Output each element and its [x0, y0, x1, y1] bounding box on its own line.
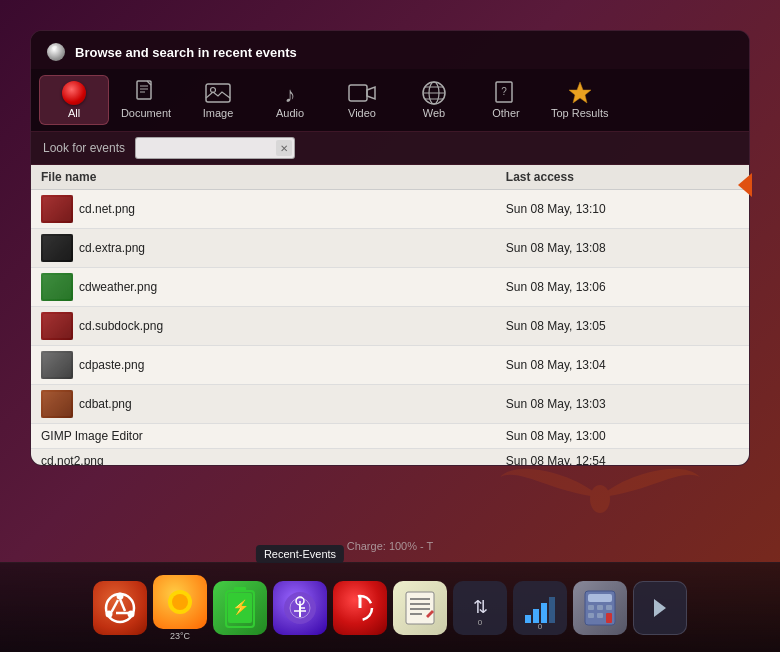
svg-rect-8: [349, 85, 367, 101]
filter-video-button[interactable]: Video: [327, 76, 397, 124]
events-icon: [273, 581, 327, 635]
file-thumbnail: [41, 351, 73, 379]
dock-item-ubuntu[interactable]: [93, 581, 147, 635]
file-name-cell: cd.net.png: [31, 190, 496, 229]
svg-text:⇅: ⇅: [473, 597, 488, 617]
filter-all-label: All: [68, 107, 80, 119]
table-row[interactable]: cd.extra.pngSun 08 May, 13:08: [31, 229, 749, 268]
svg-text:?: ?: [501, 86, 507, 97]
svg-rect-70: [606, 613, 612, 623]
search-label: Look for events: [43, 141, 125, 155]
svg-line-33: [120, 599, 125, 611]
table-row[interactable]: cd.subdock.pngSun 08 May, 13:05: [31, 307, 749, 346]
file-name-text: cdbat.png: [79, 397, 132, 411]
filter-other-label: Other: [492, 107, 520, 119]
dock-item-events[interactable]: Recent-Events: [273, 581, 327, 635]
svg-rect-69: [597, 613, 603, 618]
other-icon: ?: [492, 81, 520, 105]
search-row: Look for events ✕: [31, 131, 749, 165]
table-row[interactable]: cdpaste.pngSun 08 May, 13:04: [31, 346, 749, 385]
last-access-cell: Sun 08 May, 13:10: [496, 190, 749, 229]
audio-icon: ♪: [276, 81, 304, 105]
file-name-text: cdpaste.png: [79, 358, 144, 372]
svg-rect-59: [533, 609, 539, 623]
filter-all-button[interactable]: All: [39, 75, 109, 125]
svg-rect-65: [588, 605, 594, 610]
search-input[interactable]: [135, 137, 295, 159]
file-name-text: cdweather.png: [79, 280, 157, 294]
weather-temp-label: 23°C: [170, 631, 190, 641]
all-icon: [60, 81, 88, 105]
table-row[interactable]: cdbat.pngSun 08 May, 13:03: [31, 385, 749, 424]
dock-item-power[interactable]: [333, 581, 387, 635]
svg-rect-61: [549, 597, 555, 623]
dock-item-battery[interactable]: ⚡: [213, 581, 267, 635]
col-lastaccess-header: Last access: [496, 165, 749, 190]
filter-document-button[interactable]: Document: [111, 76, 181, 124]
col-filename-header: File name: [31, 165, 496, 190]
file-thumbnail: [41, 273, 73, 301]
svg-rect-58: [525, 615, 531, 623]
file-name-text: cd.not2.png: [41, 454, 104, 465]
dock-item-text[interactable]: [393, 581, 447, 635]
last-access-cell: Sun 08 May, 13:06: [496, 268, 749, 307]
file-name-cell: cdbat.png: [31, 385, 496, 424]
svg-point-30: [117, 592, 124, 599]
filter-topresults-button[interactable]: Top Results: [543, 76, 616, 124]
filter-audio-button[interactable]: ♪ Audio: [255, 76, 325, 124]
svg-text:♪: ♪: [285, 82, 296, 106]
dock-item-calc[interactable]: [573, 581, 627, 635]
svg-rect-60: [541, 603, 547, 623]
svg-rect-5: [206, 84, 230, 102]
dock-item-arrow[interactable]: [633, 581, 687, 635]
file-name-text: cd.net.png: [79, 202, 135, 216]
star-icon: [566, 81, 594, 105]
calculator-icon: [573, 581, 627, 635]
filter-web-label: Web: [423, 107, 445, 119]
svg-rect-26: [43, 353, 71, 377]
table-header-row: File name Last access: [31, 165, 749, 190]
file-name-text: cd.subdock.png: [79, 319, 163, 333]
last-access-cell: Sun 08 May, 12:54: [496, 449, 749, 466]
svg-marker-71: [654, 599, 666, 617]
filter-image-label: Image: [203, 107, 234, 119]
main-panel: Browse and search in recent events All D…: [30, 30, 750, 466]
table-row[interactable]: cdweather.pngSun 08 May, 13:06: [31, 268, 749, 307]
svg-rect-22: [43, 275, 71, 299]
signal-bars-icon: 0: [513, 581, 567, 635]
svg-rect-51: [406, 592, 434, 624]
filter-audio-label: Audio: [276, 107, 304, 119]
filter-web-button[interactable]: Web: [399, 76, 469, 124]
last-access-cell: Sun 08 May, 13:08: [496, 229, 749, 268]
panel-title: Browse and search in recent events: [75, 45, 297, 60]
dock-item-weather[interactable]: 23°C: [153, 575, 207, 641]
file-table-container: File name Last access cd.net.pngSun 08 M…: [31, 165, 749, 465]
dock-item-signal[interactable]: 0: [513, 581, 567, 635]
svg-rect-28: [43, 392, 71, 416]
text-editor-icon: [393, 581, 447, 635]
panel-right-arrow: [738, 173, 752, 197]
file-name-cell: cd.not2.png: [31, 449, 496, 466]
table-row[interactable]: cd.net.pngSun 08 May, 13:10: [31, 190, 749, 229]
last-access-cell: Sun 08 May, 13:00: [496, 424, 749, 449]
svg-marker-16: [569, 82, 591, 103]
file-thumbnail: [41, 312, 73, 340]
table-row[interactable]: cd.not2.pngSun 08 May, 12:54: [31, 449, 749, 466]
filter-image-button[interactable]: Image: [183, 76, 253, 124]
ubuntu-icon: [93, 581, 147, 635]
file-thumbnail: [41, 390, 73, 418]
svg-rect-24: [43, 314, 71, 338]
filter-document-label: Document: [121, 107, 171, 119]
image-icon: [204, 81, 232, 105]
last-access-cell: Sun 08 May, 13:04: [496, 346, 749, 385]
svg-rect-18: [43, 197, 71, 221]
search-clear-button[interactable]: ✕: [276, 140, 292, 156]
file-name-cell: cdpaste.png: [31, 346, 496, 385]
file-name-cell: cd.extra.png: [31, 229, 496, 268]
web-icon: [420, 81, 448, 105]
charge-text: Charge: 100% - T: [0, 540, 780, 552]
file-thumbnail: [41, 195, 73, 223]
dock-item-wifi[interactable]: ⇅ 0: [453, 581, 507, 635]
filter-other-button[interactable]: ? Other: [471, 76, 541, 124]
table-row[interactable]: GIMP Image EditorSun 08 May, 13:00: [31, 424, 749, 449]
